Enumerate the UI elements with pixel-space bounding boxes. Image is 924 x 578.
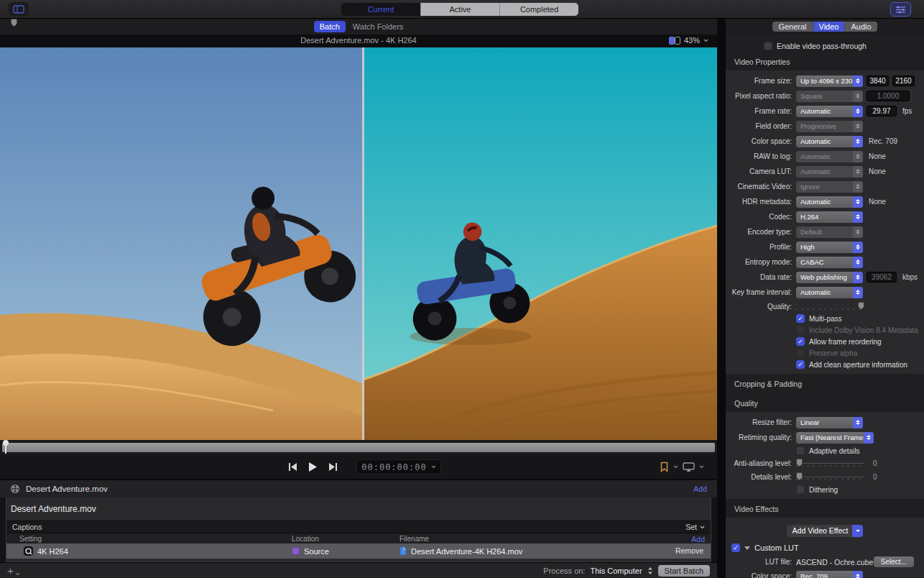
custom-lut-checkbox[interactable]	[731, 543, 740, 552]
data-rate-label: Data rate:	[726, 273, 792, 281]
add-setting-link[interactable]: Add	[691, 535, 705, 543]
process-on-stepper-icon[interactable]	[647, 566, 653, 575]
dolby-vision-label: Include Dolby Vision 8.4 Metadata	[809, 326, 918, 334]
tab-current[interactable]: Current	[341, 3, 420, 16]
pixel-aspect-label: Pixel aspect ratio:	[726, 92, 792, 100]
output-location: Source	[304, 547, 329, 556]
anti-aliasing-label: Anti-aliasing level:	[726, 459, 792, 467]
fps-field[interactable]: 29.97	[867, 106, 897, 116]
setting-icon	[24, 546, 33, 556]
column-setting: Setting	[19, 535, 42, 543]
codec-popup[interactable]: H.264	[796, 211, 863, 223]
captions-set-menu[interactable]: Set	[685, 523, 705, 531]
inspector-icon	[895, 6, 906, 14]
marker-menu-chevron-icon[interactable]	[673, 465, 678, 469]
tab-batch[interactable]: Batch	[314, 21, 346, 32]
zoom-control[interactable]: 43%	[669, 36, 708, 45]
remove-button[interactable]: Remove	[675, 546, 703, 555]
add-job-button[interactable]: +	[7, 566, 20, 576]
frame-reordering-label: Allow frame reordering	[809, 338, 882, 346]
frame-size-popup[interactable]: Up to 4096 x 2304	[796, 75, 863, 87]
dithering-checkbox[interactable]	[796, 485, 805, 494]
tab-audio[interactable]: Audio	[844, 22, 877, 32]
pass-through-label: Enable video pass-through	[777, 42, 867, 50]
section-quality[interactable]: Quality	[726, 393, 924, 412]
chevron-down-icon	[15, 572, 20, 576]
entropy-mode-popup[interactable]: CABAC	[796, 257, 863, 268]
go-to-end-button[interactable]	[326, 460, 339, 474]
disclosure-triangle-icon[interactable]	[744, 546, 750, 550]
frame-rate-popup[interactable]: Automatic	[796, 106, 863, 117]
frame-height-field[interactable]: 2160	[892, 75, 915, 86]
select-lut-button[interactable]: Select...	[874, 556, 914, 567]
frame-reordering-checkbox[interactable]	[796, 337, 805, 346]
field-order-value: Progressive	[796, 121, 853, 132]
multi-pass-label: Multi-pass	[809, 315, 842, 323]
pass-through-checkbox[interactable]	[764, 42, 772, 50]
go-to-start-button[interactable]	[286, 460, 299, 474]
batch-view-toggle-button[interactable]	[9, 2, 29, 16]
section-cropping-padding[interactable]: Cropping & Padding	[726, 374, 924, 393]
compressor-window: Current Active Completed Batch Watch Fol…	[0, 0, 924, 578]
codec-label: Codec:	[726, 213, 792, 221]
play-button[interactable]	[306, 460, 319, 474]
dolby-vision-checkbox	[796, 326, 805, 334]
source-filename: Desert Adventure.mov	[11, 504, 96, 514]
output-row[interactable]: 4K H264 Source Desert Adventure-4K H264.…	[6, 543, 711, 559]
film-reel-icon	[10, 484, 20, 494]
details-level-value: 0	[873, 473, 877, 481]
tab-general[interactable]: General	[772, 22, 812, 32]
anti-aliasing-slider[interactable]	[796, 459, 864, 468]
color-space-popup[interactable]: Automatic	[796, 136, 863, 147]
chevron-down-icon	[700, 526, 705, 529]
camera-lut-suffix: None	[869, 168, 886, 175]
retiming-quality-label: Retiming quality:	[726, 434, 792, 441]
retiming-quality-popup[interactable]: Fast (Nearest Frame)	[796, 432, 874, 444]
frame-size-value: Up to 4096 x 2304	[796, 75, 853, 87]
playhead[interactable]	[5, 441, 6, 454]
lut-color-space-label: Color space:	[726, 572, 792, 578]
frame-width-field[interactable]: 3840	[867, 75, 889, 86]
zoom-level: 43%	[684, 36, 700, 45]
source-row[interactable]: Desert Adventure.mov	[6, 497, 711, 520]
dithering-label: Dithering	[809, 486, 838, 494]
multi-pass-checkbox[interactable]	[796, 314, 805, 323]
adaptive-details-checkbox[interactable]	[796, 446, 805, 455]
cinematic-video-value: Ignore	[796, 181, 853, 193]
tab-completed[interactable]: Completed	[499, 3, 578, 16]
details-level-slider[interactable]	[796, 472, 864, 482]
quality-slider[interactable]	[796, 302, 864, 311]
clean-aperture-checkbox[interactable]	[796, 360, 805, 369]
timecode-field[interactable]: 00:00:00:00	[356, 459, 441, 474]
pixel-aspect-value: Square	[796, 91, 853, 102]
camera-lut-popup: Automatic	[796, 166, 863, 178]
marker-icon[interactable]	[660, 462, 669, 472]
skip-forward-icon	[328, 463, 338, 471]
entropy-mode-value: CABAC	[796, 257, 853, 268]
preserve-alpha-label: Preserve alpha	[809, 349, 857, 357]
add-video-effect-button[interactable]: Add Video Effect	[787, 525, 864, 537]
timeline-scrubber[interactable]	[2, 443, 715, 452]
captions-label: Captions	[12, 523, 42, 531]
hdr-metadata-popup[interactable]: Automatic	[796, 196, 863, 208]
lut-color-space-popup[interactable]: Rec. 709	[796, 571, 863, 578]
split-view-icon	[669, 37, 680, 45]
start-batch-button[interactable]: Start Batch	[658, 565, 710, 577]
inspector-toggle-button[interactable]	[890, 2, 911, 17]
display-menu-chevron-icon[interactable]	[699, 465, 704, 469]
job-header[interactable]: Desert Adventure.mov Add	[0, 479, 717, 497]
data-rate-popup[interactable]: Web publishing	[796, 272, 863, 283]
frame-rate-value: Automatic	[796, 106, 853, 117]
tab-watch-folders[interactable]: Watch Folders	[353, 22, 404, 31]
preserve-alpha-checkbox	[796, 349, 805, 357]
raw-to-log-suffix: None	[869, 152, 886, 160]
resize-filter-popup[interactable]: Linear	[796, 417, 863, 428]
add-output-link[interactable]: Add	[693, 485, 707, 493]
encoder-type-popup: Default	[796, 226, 863, 238]
tab-video[interactable]: Video	[813, 22, 845, 32]
keyframe-interval-popup[interactable]: Automatic	[796, 287, 863, 298]
profile-popup[interactable]: High	[796, 242, 863, 253]
tab-active[interactable]: Active	[420, 3, 499, 16]
display-icon[interactable]	[683, 462, 695, 472]
column-filename: Filename	[399, 535, 429, 543]
